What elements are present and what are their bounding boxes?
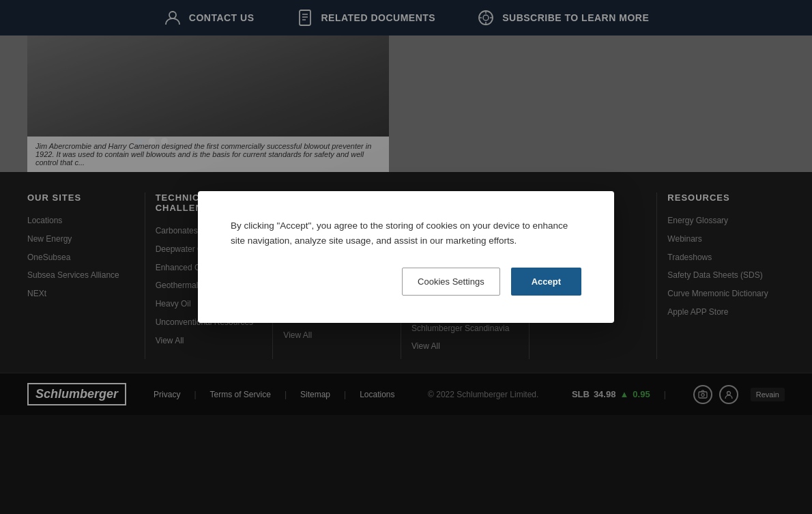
accept-button[interactable]: Accept [511, 268, 581, 296]
cookies-settings-button[interactable]: Cookies Settings [402, 268, 500, 296]
cookie-modal: By clicking "Accept", you agree to the s… [198, 191, 614, 322]
cookie-modal-text: By clicking "Accept", you agree to the s… [231, 218, 581, 248]
modal-overlay: By clicking "Accept", you agree to the s… [0, 0, 812, 514]
modal-buttons: Cookies Settings Accept [231, 268, 581, 296]
